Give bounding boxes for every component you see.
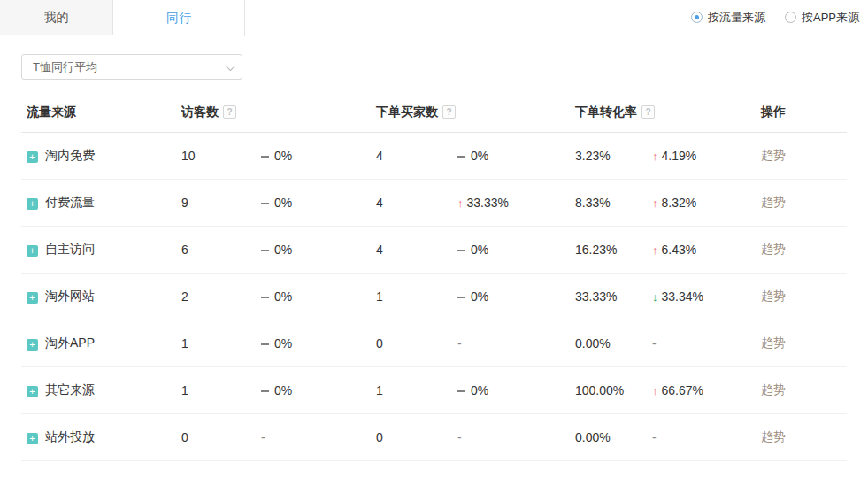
arrow-down-icon: ↓ (652, 290, 658, 304)
visitors-change-cell: 0% (256, 274, 371, 320)
column-header-label: 下单买家数 (376, 104, 438, 119)
column-header-label: 下单转化率 (575, 104, 637, 119)
expand-plus-icon[interactable]: + (27, 292, 38, 304)
arrow-up-icon: ↑ (652, 197, 658, 210)
trend-link[interactable]: 趋势 (761, 148, 786, 162)
expand-plus-icon[interactable]: + (27, 386, 38, 397)
change-indicator: 0% (457, 243, 488, 257)
source-name: 淘外APP (45, 336, 95, 350)
change-indicator: ↑6.43% (652, 243, 696, 257)
help-icon[interactable]: ? (641, 105, 655, 119)
change-indicator: 0% (261, 196, 292, 210)
rate-cell: 33.33% (570, 274, 647, 320)
trend-link[interactable]: 趋势 (761, 336, 786, 350)
trend-link[interactable]: 趋势 (761, 195, 786, 209)
buyers-change-cell: 0% (452, 274, 570, 320)
rate-change-cell: ↑4.19% (647, 133, 756, 180)
rate-cell: 16.23% (570, 227, 647, 274)
trend-link[interactable]: 趋势 (761, 242, 786, 256)
table-row: +其它来源10%10%100.00%↑66.67%趋势 (21, 367, 847, 414)
flat-dash-icon (261, 156, 269, 158)
change-indicator: - (261, 430, 265, 444)
expand-plus-icon[interactable]: + (27, 151, 38, 163)
flat-dash-icon (457, 390, 465, 392)
buyers-change-cell: ↑33.33% (452, 180, 570, 227)
main-content: T恤同行平均 流量来源访客数?下单买家数?下单转化率?操作 +淘内免费100%4… (0, 54, 868, 461)
column-header: 下单转化率? (570, 93, 647, 133)
rate-cell: 3.23% (570, 133, 647, 180)
visitors-change-cell: 0% (256, 227, 371, 274)
trend-link[interactable]: 趋势 (761, 382, 786, 397)
tab-peers[interactable]: 同行 (113, 0, 245, 36)
arrow-up-icon: ↑ (652, 243, 658, 257)
change-indicator: - (457, 430, 462, 444)
buyers-cell: 0 (371, 414, 452, 461)
change-indicator: ↑8.32% (652, 196, 696, 210)
column-header (647, 93, 756, 133)
help-icon[interactable]: ? (223, 105, 236, 119)
trend-link[interactable]: 趋势 (761, 289, 786, 303)
flat-dash-icon (261, 390, 269, 392)
flat-dash-icon (457, 250, 465, 251)
visitors-cell: 6 (176, 227, 256, 274)
source-cell: +淘外网站 (21, 274, 176, 320)
change-indicator: ↓33.34% (652, 289, 703, 304)
change-indicator: ↑66.67% (652, 383, 703, 397)
radio-label-text: 按流量来源 (708, 10, 765, 26)
table-row: +淘外APP10%0-0.00%-趋势 (21, 320, 847, 367)
buyers-change-cell: - (452, 320, 570, 367)
visitors-change-cell: 0% (256, 180, 371, 227)
expand-plus-icon[interactable]: + (27, 198, 38, 210)
column-header-label: 操作 (761, 104, 786, 119)
rate-cell: 0.00% (570, 320, 647, 367)
source-cell: +自主访问 (21, 227, 176, 274)
change-indicator: - (652, 336, 657, 351)
change-indicator: 0% (457, 289, 488, 304)
rate-change-cell: - (647, 320, 756, 367)
source-name: 淘内免费 (45, 148, 95, 162)
buyers-change-cell: - (452, 414, 570, 461)
change-indicator: ↑4.19% (652, 149, 696, 163)
flat-dash-icon (261, 343, 269, 345)
arrow-up-icon: ↑ (457, 197, 464, 210)
column-header-label: 流量来源 (27, 104, 76, 119)
flat-dash-icon (457, 297, 465, 298)
table-row: +付费流量90%4↑33.33%8.33%↑8.32%趋势 (21, 180, 847, 227)
column-header (452, 93, 570, 133)
change-indicator: 0% (457, 383, 488, 397)
source-cell: +淘外APP (21, 320, 176, 367)
source-cell: +淘内免费 (21, 133, 176, 180)
buyers-cell: 1 (371, 274, 452, 320)
tab-mine[interactable]: 我的 (0, 0, 113, 35)
chevron-down-icon (226, 60, 235, 70)
buyers-change-cell: 0% (452, 133, 570, 180)
buyers-change-cell: 0% (452, 367, 570, 414)
change-indicator: ↑33.33% (457, 196, 509, 210)
radio-by-app-source[interactable]: 按APP来源 (785, 10, 859, 26)
action-cell: 趋势 (756, 320, 847, 367)
visitors-change-cell: 0% (256, 133, 371, 180)
visitors-cell: 1 (176, 367, 256, 414)
expand-plus-icon[interactable]: + (27, 245, 38, 257)
source-name: 其它来源 (45, 382, 95, 397)
table-row: +淘外网站20%10%33.33%↓33.34%趋势 (21, 274, 847, 320)
change-indicator: 0% (261, 149, 292, 163)
action-cell: 趋势 (756, 180, 847, 227)
trend-link[interactable]: 趋势 (761, 429, 786, 444)
expand-plus-icon[interactable]: + (27, 433, 38, 444)
rate-change-cell: ↑66.67% (647, 367, 756, 414)
peer-average-select[interactable]: T恤同行平均 (21, 54, 242, 80)
column-header: 访客数? (176, 93, 256, 133)
change-indicator: 0% (261, 243, 292, 257)
flat-dash-icon (261, 250, 269, 251)
change-indicator: 0% (457, 149, 488, 163)
source-cell: +付费流量 (21, 180, 176, 227)
change-indicator: - (457, 336, 462, 351)
radio-by-traffic-source[interactable]: 按流量来源 (691, 10, 765, 26)
table-body: +淘内免费100%40%3.23%↑4.19%趋势+付费流量90%4↑33.33… (21, 133, 847, 461)
select-value: T恤同行平均 (33, 59, 97, 75)
rate-change-cell: ↓33.34% (647, 274, 756, 320)
visitors-change-cell: 0% (256, 320, 371, 367)
help-icon[interactable]: ? (442, 105, 456, 119)
expand-plus-icon[interactable]: + (27, 339, 38, 351)
